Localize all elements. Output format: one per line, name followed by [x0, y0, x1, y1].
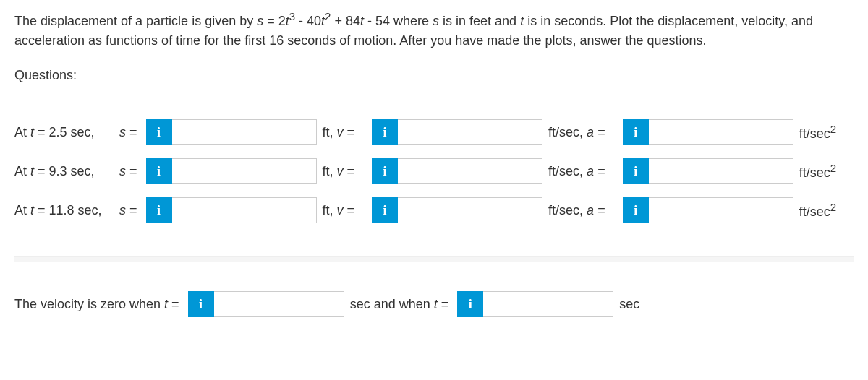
velocity-zero-label: The velocity is zero when t =	[14, 297, 182, 312]
info-icon: i	[372, 197, 398, 223]
info-icon: i	[623, 158, 649, 184]
s-input-group: i	[146, 119, 317, 145]
velocity-zero-end-label: sec	[619, 297, 642, 312]
velocity-zero-mid-label: sec and when t =	[350, 297, 452, 312]
problem-statement: The displacement of a particle is given …	[14, 9, 854, 51]
a-input[interactable]	[649, 158, 793, 184]
a-input[interactable]	[649, 197, 793, 223]
s-input-group: i	[146, 158, 317, 184]
question-row: At t = 9.3 sec, s = i ft, v = i ft/sec, …	[14, 158, 854, 184]
row-time-label: At t = 9.3 sec,	[14, 158, 115, 184]
v-unit-a-label: ft/sec, a =	[542, 158, 623, 184]
s-unit-v-label: ft, v =	[317, 158, 373, 184]
info-icon: i	[146, 119, 172, 145]
info-icon: i	[146, 158, 172, 184]
v-input[interactable]	[398, 197, 542, 223]
s-label: s =	[115, 158, 146, 184]
v-unit-a-label: ft/sec, a =	[542, 197, 623, 223]
a-unit: ft/sec2	[793, 158, 854, 184]
divider	[14, 256, 854, 262]
a-input-group: i	[623, 119, 793, 145]
s-label: s =	[115, 119, 146, 145]
v-unit-a-label: ft/sec, a =	[542, 119, 623, 145]
row-time-label: At t = 2.5 sec,	[14, 119, 115, 145]
s-unit-v-label: ft, v =	[317, 119, 373, 145]
t2-input[interactable]	[483, 291, 613, 317]
a-unit: ft/sec2	[793, 197, 854, 223]
a-unit: ft/sec2	[793, 119, 854, 145]
question-row: At t = 2.5 sec, s = i ft, v = i ft/sec, …	[14, 119, 854, 145]
t1-input-group: i	[188, 291, 344, 317]
info-icon: i	[457, 291, 483, 317]
question-row: At t = 11.8 sec, s = i ft, v = i ft/sec,…	[14, 197, 854, 223]
a-input-group: i	[623, 197, 793, 223]
s-input[interactable]	[172, 158, 317, 184]
v-input-group: i	[372, 197, 542, 223]
info-icon: i	[372, 119, 398, 145]
a-input-group: i	[623, 158, 793, 184]
v-input[interactable]	[398, 158, 542, 184]
row-time-label: At t = 11.8 sec,	[14, 197, 115, 223]
t2-input-group: i	[457, 291, 613, 317]
s-input-group: i	[146, 197, 317, 223]
v-input[interactable]	[398, 119, 542, 145]
a-input[interactable]	[649, 119, 793, 145]
s-input[interactable]	[172, 119, 317, 145]
s-label: s =	[115, 197, 146, 223]
info-icon: i	[623, 197, 649, 223]
velocity-zero-row: The velocity is zero when t = i sec and …	[14, 291, 854, 317]
question-grid: At t = 2.5 sec, s = i ft, v = i ft/sec, …	[14, 106, 854, 236]
v-input-group: i	[372, 158, 542, 184]
t1-input[interactable]	[214, 291, 344, 317]
info-icon: i	[188, 291, 214, 317]
s-input[interactable]	[172, 197, 317, 223]
info-icon: i	[372, 158, 398, 184]
info-icon: i	[623, 119, 649, 145]
info-icon: i	[146, 197, 172, 223]
v-input-group: i	[372, 119, 542, 145]
s-unit-v-label: ft, v =	[317, 197, 373, 223]
questions-heading: Questions:	[14, 68, 854, 83]
